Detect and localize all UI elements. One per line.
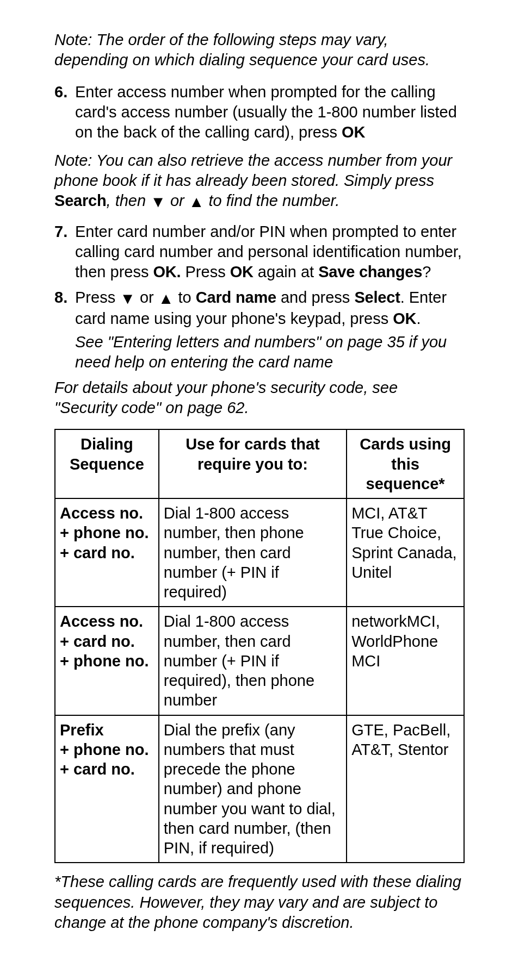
up-arrow-icon: ▲ [189,192,205,212]
ok-label: OK [393,310,416,327]
th-use-for: Use for cards that require you to: [159,429,347,498]
step-7-body: Enter card number and/or PIN when prompt… [75,222,465,282]
save-changes-label: Save changes [318,263,422,280]
cell-use-2: Dial 1-800 access number, then card numb… [159,607,347,715]
th-cards-using: Cards using this sequence* [347,429,464,498]
cell-use-3: Dial the prefix (any numbers that must p… [159,715,347,863]
table-row: Prefix+ phone no.+ card no. Dial the pre… [55,715,464,863]
card-name-label: Card name [196,289,276,306]
table-header-row: Dialing Sequence Use for cards that requ… [55,429,464,498]
step-6: 6. Enter access number when prompted for… [54,82,465,142]
down-arrow-icon: ▼ [120,289,135,309]
page: Note: The order of the following steps m… [0,0,519,980]
step-8-f: . [416,310,421,327]
step-7: 7. Enter card number and/or PIN when pro… [54,222,465,282]
note-middle: Note: You can also retrieve the access n… [54,151,465,212]
step-6-number: 6. [54,82,75,142]
step-8-note: See "Entering letters and numbers" on pa… [75,332,465,372]
up-arrow-icon: ▲ [158,289,174,309]
search-label: Search [54,192,107,209]
note-middle-d: to find the number. [204,192,339,209]
step-8-c: to [174,289,196,306]
select-label: Select [354,289,400,306]
step-8-number: 8. [54,288,75,329]
cell-cards-1: MCI, AT&T True Choice, Sprint Canada, Un… [347,498,464,607]
step-6-body: Enter access number when prompted for th… [75,82,465,142]
ok-label: OK [342,123,365,141]
th-dialing-sequence: Dialing Sequence [55,429,159,498]
cell-sequence-2: Access no.+ card no.+ phone no. [55,607,159,715]
cell-cards-2: networkMCI, WorldPhone MCI [347,607,464,715]
ok-label: OK [230,263,254,280]
footnote: *These calling cards are frequently used… [54,872,465,932]
steps-list: 6. Enter access number when prompted for… [54,82,465,142]
dialing-table: Dialing Sequence Use for cards that requ… [54,429,465,863]
cell-sequence-1: Access no.+ phone no.+ card no. [55,498,159,607]
step-8-body: Press ▼ or ▲ to Card name and press Sele… [75,288,465,329]
details-note: For details about your phone's security … [54,378,465,418]
note-middle-c: or [166,192,189,209]
note-middle-a: Note: You can also retrieve the access n… [54,152,452,189]
cell-use-1: Dial 1-800 access number, then phone num… [159,498,347,607]
step-6-text: Enter access number when prompted for th… [75,83,457,141]
table-row: Access no.+ phone no.+ card no. Dial 1-8… [55,498,464,607]
cell-sequence-3: Prefix+ phone no.+ card no. [55,715,159,863]
step-7-number: 7. [54,222,75,282]
step-8-a: Press [75,289,120,306]
ok-label: OK. [153,263,181,280]
cell-cards-3: GTE, PacBell, AT&T, Stentor [347,715,464,863]
step-7-b: Press [181,263,230,280]
note-top: Note: The order of the following steps m… [54,30,465,70]
step-8: 8. Press ▼ or ▲ to Card name and press S… [54,288,465,329]
down-arrow-icon: ▼ [150,192,166,212]
step-7-q: ? [422,263,431,280]
step-8-b: or [135,289,158,306]
table-row: Access no.+ card no.+ phone no. Dial 1-8… [55,607,464,715]
steps-list-2: 7. Enter card number and/or PIN when pro… [54,222,465,329]
note-middle-b: , then [107,192,151,209]
step-7-c: again at [254,263,318,280]
step-8-d: and press [276,289,354,306]
